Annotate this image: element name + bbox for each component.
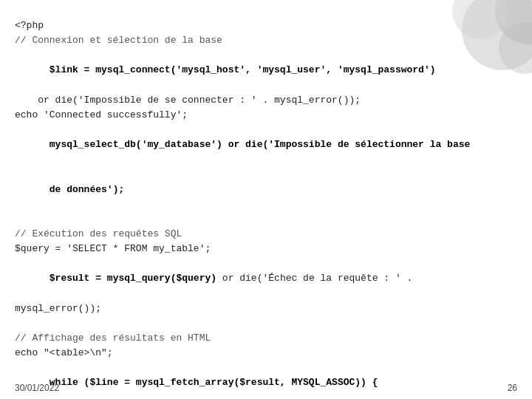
code-line-12: mysql_error());: [15, 301, 510, 316]
code-line-14: // Affichage des résultats en HTML: [15, 331, 510, 346]
footer-date: 30/01/2022: [15, 383, 59, 393]
decorative-circles: [384, 0, 532, 148]
code-bold-11: $result = mysql_query($query): [50, 273, 216, 284]
code-line-9: // Exécution des requêtes SQL: [15, 227, 510, 242]
code-bold-7: de données');: [50, 184, 124, 195]
footer-page: 26: [508, 383, 517, 393]
code-line-10: $query = 'SELECT * FROM my_table';: [15, 242, 510, 256]
code-line-11: $result = mysql_query($query) or die('Éc…: [15, 256, 510, 301]
code-bold-3: $link = mysql_connect('mysql_host', 'mys…: [50, 64, 436, 75]
code-line-13: [15, 316, 510, 331]
code-line-8: [15, 212, 510, 227]
slide: <?php // Connexion et sélection de la ba…: [0, 0, 532, 399]
code-line-7: de données');: [15, 167, 510, 211]
code-line-15: echo "<table>\n";: [15, 346, 510, 361]
code-line-16: while ($line = mysql_fetch_array($result…: [15, 361, 510, 399]
footer: 30/01/2022 26: [15, 383, 517, 393]
